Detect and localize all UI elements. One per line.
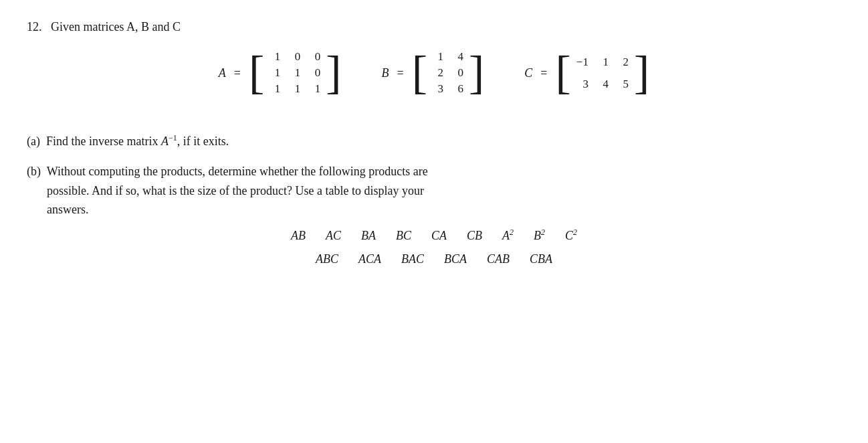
matrix-c-grid: −1 1 2 3 4 5: [571, 50, 634, 96]
product-CBA: CBA: [530, 250, 552, 269]
problem-number: 12. Given matrices A, B and C: [27, 20, 841, 34]
parts: (a) Find the inverse matrix A−1, if it e…: [27, 132, 841, 269]
product-AC: AC: [326, 226, 341, 246]
matrices-row: A = [ 1 0 0 1 1 0 1 1 1 ] B: [27, 48, 841, 98]
product-B2: B2: [534, 226, 545, 246]
product-ABC: ABC: [316, 250, 338, 269]
part-b: (b) Without computing the products, dete…: [27, 162, 841, 269]
problem-container: 12. Given matrices A, B and C A = [ 1 0 …: [27, 20, 841, 269]
products-row-1: AB AC BA BC CA CB A2 B2 C2: [27, 226, 841, 246]
product-CAB: CAB: [487, 250, 510, 269]
part-a: (a) Find the inverse matrix A−1, if it e…: [27, 132, 841, 151]
matrix-b-grid: 1 4 2 0 3 6: [427, 48, 469, 98]
part-b-label: (b): [27, 165, 41, 178]
product-A2: A2: [502, 226, 514, 246]
matrix-c-label: C: [524, 66, 532, 80]
matrix-a-grid: 1 0 0 1 1 0 1 1 1: [264, 48, 326, 98]
matrix-c-bracket: [ −1 1 2 3 4 5 ]: [556, 50, 650, 96]
matrix-a-bracket: [ 1 0 0 1 1 0 1 1 1 ]: [249, 48, 342, 98]
product-ACA: ACA: [358, 250, 381, 269]
product-BCA: BCA: [444, 250, 467, 269]
matrix-a-expr: A = [ 1 0 0 1 1 0 1 1 1 ]: [219, 48, 342, 98]
matrix-b-label: B: [382, 66, 389, 80]
product-CA: CA: [431, 226, 447, 246]
product-BA: BA: [361, 226, 376, 246]
part-a-label: (a): [27, 135, 40, 148]
product-BAC: BAC: [401, 250, 424, 269]
product-BC: BC: [396, 226, 411, 246]
matrix-b-expr: B = [ 1 4 2 0 3 6 ]: [382, 48, 485, 98]
product-CB: CB: [467, 226, 482, 246]
products-row-2: ABC ACA BAC BCA CAB CBA: [27, 250, 841, 269]
matrix-a-label: A: [219, 66, 226, 80]
product-AB: AB: [291, 226, 306, 246]
product-C2: C2: [565, 226, 577, 246]
matrix-c-expr: C = [ −1 1 2 3 4 5 ]: [524, 50, 649, 96]
matrix-b-bracket: [ 1 4 2 0 3 6 ]: [412, 48, 485, 98]
